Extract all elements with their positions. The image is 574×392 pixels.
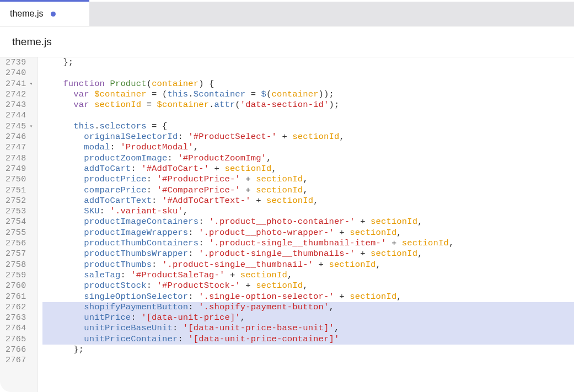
- line-number: 2756: [6, 238, 26, 249]
- code-line[interactable]: SKU: '.variant-sku',: [42, 206, 574, 217]
- gutter-line[interactable]: 2740▾: [0, 68, 37, 78]
- gutter-line[interactable]: 2760▾: [0, 281, 37, 291]
- code-line[interactable]: productImageContainers: '.product__photo…: [42, 217, 574, 227]
- code-token-string: '#ProductPrice-': [157, 174, 240, 184]
- gutter-line[interactable]: 2753▾: [0, 206, 37, 217]
- code-line[interactable]: productStock: '#ProductStock-' + section…: [42, 281, 574, 291]
- code-token-string: '.product-single__thumbnail-': [162, 260, 313, 270]
- gutter-line[interactable]: 2745▾: [0, 121, 37, 132]
- tab-theme-js[interactable]: theme.js: [0, 2, 89, 26]
- code-line[interactable]: modal: 'ProductModal',: [42, 142, 574, 153]
- gutter-line[interactable]: 2765▾: [0, 334, 37, 345]
- code-token: sectionId: [350, 228, 396, 238]
- code-token-string: '#ProductStock-': [157, 281, 240, 291]
- gutter-line[interactable]: 2755▾: [0, 228, 37, 238]
- code-content[interactable]: }; function Product(container) { var $co…: [38, 57, 574, 392]
- gutter-line[interactable]: 2764▾: [0, 323, 37, 334]
- code-token: unitPrice: [84, 313, 131, 323]
- gutter-line[interactable]: 2767▾: [0, 355, 37, 366]
- code-line[interactable]: productPrice: '#ProductPrice-' + section…: [42, 174, 574, 185]
- code-token: ,: [240, 313, 245, 323]
- code-line[interactable]: unitPrice: '[data-unit-price]',: [42, 313, 574, 323]
- code-token: modal: [84, 142, 110, 152]
- code-token: [89, 100, 94, 110]
- code-line[interactable]: unitPriceBaseUnit: '[data-unit-price-bas…: [42, 323, 574, 334]
- fold-toggle-icon[interactable]: ▾: [29, 121, 34, 132]
- line-number: 2762: [6, 302, 26, 313]
- gutter-line[interactable]: 2747▾: [0, 142, 37, 153]
- gutter-line[interactable]: 2761▾: [0, 292, 37, 302]
- code-line[interactable]: unitPriceContainer: '[data-unit-price-co…: [42, 334, 574, 345]
- code-line[interactable]: };: [42, 57, 574, 68]
- code-line[interactable]: productThumbsWrapper: '.product-single__…: [42, 249, 574, 259]
- code-token: ,: [376, 260, 381, 270]
- code-token: :: [120, 270, 131, 280]
- gutter-line[interactable]: 2742▾: [0, 89, 37, 100]
- line-number: 2763: [6, 313, 26, 323]
- code-token: ,: [417, 217, 422, 227]
- gutter-line[interactable]: 2749▾: [0, 164, 37, 174]
- code-token: productImageWrappers: [84, 228, 188, 238]
- gutter-line[interactable]: 2758▾: [0, 260, 37, 270]
- code-token: [42, 196, 84, 206]
- code-line[interactable]: productThumbs: '.product-single__thumbna…: [42, 260, 574, 270]
- code-line[interactable]: productThumbContainers: '.product-single…: [42, 238, 574, 249]
- line-gutter[interactable]: 2739▾2740▾2741▾2742▾2743▾2744▾2745▾2746▾…: [0, 57, 38, 392]
- gutter-line[interactable]: 2766▾: [0, 345, 37, 355]
- code-line[interactable]: [42, 68, 574, 78]
- code-token: [42, 270, 84, 280]
- code-editor[interactable]: 2739▾2740▾2741▾2742▾2743▾2744▾2745▾2746▾…: [0, 57, 574, 392]
- code-token: sectionId: [371, 217, 417, 227]
- gutter-line[interactable]: 2748▾: [0, 153, 37, 164]
- code-line[interactable]: [42, 355, 574, 366]
- line-number: 2760: [6, 281, 26, 291]
- fold-toggle-icon[interactable]: ▾: [29, 79, 34, 89]
- gutter-line[interactable]: 2751▾: [0, 185, 37, 196]
- code-line[interactable]: saleTag: '#ProductSaleTag-' + sectionId,: [42, 270, 574, 281]
- code-line[interactable]: comparePrice: '#ComparePrice-' + section…: [42, 185, 574, 196]
- code-line[interactable]: this.selectors = {: [42, 121, 574, 132]
- gutter-line[interactable]: 2741▾: [0, 79, 37, 89]
- gutter-line[interactable]: 2763▾: [0, 313, 37, 323]
- gutter-line[interactable]: 2743▾: [0, 100, 37, 110]
- code-token-string: '.product__photo-container-': [209, 217, 355, 227]
- code-token: [42, 334, 84, 344]
- code-line[interactable]: originalSelectorId: '#ProductSelect-' + …: [42, 132, 574, 142]
- code-line[interactable]: [42, 110, 574, 121]
- gutter-line[interactable]: 2762▾: [0, 302, 37, 313]
- gutter-line[interactable]: 2756▾: [0, 238, 37, 249]
- gutter-line[interactable]: 2752▾: [0, 196, 37, 206]
- code-line[interactable]: var $container = (this.$container = $(co…: [42, 89, 574, 100]
- code-token-string: 'ProductModal': [120, 142, 193, 152]
- code-line[interactable]: };: [42, 345, 574, 355]
- gutter-line[interactable]: 2750▾: [0, 174, 37, 185]
- breadcrumb-file: theme.js: [12, 36, 52, 48]
- code-line[interactable]: function Product(container) {: [42, 79, 574, 89]
- code-line[interactable]: var sectionId = $container.attr('data-se…: [42, 100, 574, 110]
- code-token: [42, 121, 74, 131]
- code-line[interactable]: productZoomImage: '#ProductZoomImg',: [42, 153, 574, 164]
- code-token: ,: [303, 281, 308, 291]
- gutter-line[interactable]: 2759▾: [0, 270, 37, 281]
- code-token: [42, 260, 84, 270]
- code-line[interactable]: addToCart: '#AddToCart-' + sectionId,: [42, 164, 574, 174]
- code-token: ,: [334, 323, 339, 333]
- code-token-string: '.product-single__thumbnail-item-': [209, 238, 386, 248]
- code-token: ,: [396, 292, 401, 302]
- code-token: };: [42, 345, 84, 355]
- code-line[interactable]: productImageWrappers: '.product__photo-w…: [42, 228, 574, 238]
- gutter-line[interactable]: 2739▾: [0, 57, 37, 68]
- code-line[interactable]: shopifyPaymentButton: '.shopify-payment-…: [42, 302, 574, 313]
- gutter-line[interactable]: 2757▾: [0, 249, 37, 259]
- gutter-line[interactable]: 2746▾: [0, 132, 37, 142]
- code-token: ,: [194, 142, 199, 152]
- line-number: 2765: [6, 334, 26, 345]
- code-line[interactable]: addToCartText: '#AddToCartText-' + secti…: [42, 196, 574, 206]
- code-line[interactable]: singleOptionSelector: '.single-option-se…: [42, 292, 574, 302]
- code-token: );: [329, 100, 340, 110]
- code-token: :: [147, 281, 157, 291]
- gutter-line[interactable]: 2744▾: [0, 110, 37, 121]
- code-token-string: '#ProductSelect-': [188, 132, 277, 142]
- gutter-line[interactable]: 2754▾: [0, 217, 37, 227]
- code-token: :: [147, 174, 157, 184]
